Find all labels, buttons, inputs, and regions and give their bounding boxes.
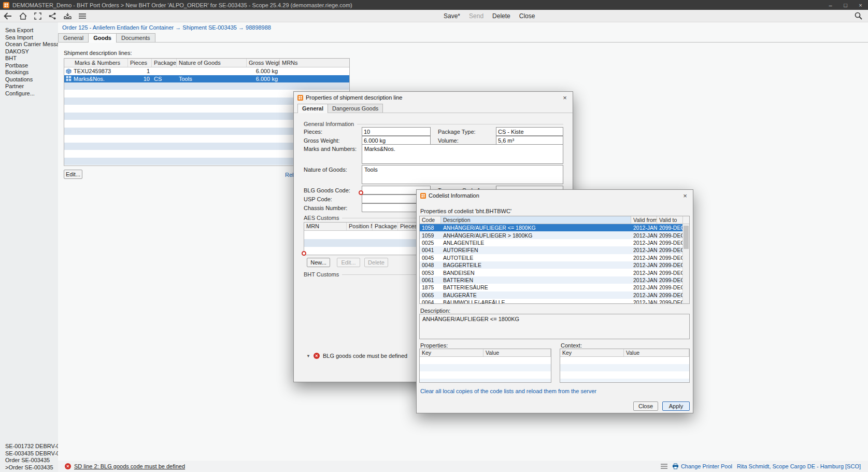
codelist-row[interactable]: 0065BAUGERÄTE2012-JAN...2099-DEC... xyxy=(420,291,689,299)
scrollbar-thumb[interactable] xyxy=(684,226,689,249)
codelist-row[interactable]: 0061BATTERIEN2012-JAN...2099-DEC... xyxy=(420,276,689,284)
breadcrumb[interactable]: Order 125 - Anliefern Entladen für Conta… xyxy=(62,24,271,31)
tab-documents[interactable]: Documents xyxy=(116,33,155,42)
error-icon xyxy=(314,353,320,359)
column-header-pieces[interactable]: Pieces xyxy=(398,223,419,230)
close-order-button[interactable]: Close xyxy=(519,12,535,20)
volume-input[interactable] xyxy=(496,136,563,145)
column-header-key[interactable]: Key xyxy=(560,349,624,356)
dialog-tabs: General Dangerous Goods xyxy=(297,104,382,113)
sidebar-item-sea-export[interactable]: Sea Export xyxy=(0,27,58,34)
status-error-text[interactable]: SD line 2: BLG goods code must be define… xyxy=(74,463,185,469)
close-dialog-button[interactable]: Close xyxy=(633,401,658,411)
sidebar-item-partner[interactable]: Partner xyxy=(0,83,58,90)
table-row-selected[interactable]: Marks&Nos. 10 CS Tools 6.000 kg xyxy=(64,75,349,83)
list-icon[interactable] xyxy=(661,464,667,469)
package-type-label: Package Type: xyxy=(438,129,476,135)
column-header-description[interactable]: Description xyxy=(441,216,631,224)
code-cell: 0048 xyxy=(420,262,441,268)
column-header-mrns[interactable]: MRNs xyxy=(280,59,350,67)
valid-from-cell: 2012-JAN... xyxy=(631,292,657,298)
table-row[interactable]: TEXU2459873 1 6.000 kg xyxy=(64,67,349,75)
chevron-down-icon[interactable]: ▼ xyxy=(306,354,310,358)
column-header-mrn[interactable]: MRN xyxy=(304,223,347,230)
column-header-package[interactable]: Package ... xyxy=(373,223,398,230)
goods-table-header: Marks & Numbers Pieces Package T... Natu… xyxy=(64,59,349,67)
expand-icon[interactable] xyxy=(31,10,45,22)
printer-pool[interactable]: Change Printer Pool xyxy=(672,463,732,469)
apply-button[interactable]: Apply xyxy=(662,401,690,411)
column-header-value[interactable]: Value xyxy=(483,349,551,356)
codelist-row[interactable]: 0048BAGGERTEILE2012-JAN...2099-DEC... xyxy=(420,261,689,269)
tab-underline xyxy=(58,42,868,43)
tab-general[interactable]: General xyxy=(58,33,89,42)
recent-item[interactable]: SE-003435 DEBRV-000... xyxy=(0,450,58,457)
edit-button[interactable]: Edit... xyxy=(64,170,82,179)
codelist-row[interactable]: 1875BATTERIESÄURE2012-JAN...2099-DEC... xyxy=(420,284,689,291)
column-header-weight[interactable]: Gross Weight xyxy=(247,59,280,67)
sidebar-item-portbase[interactable]: Portbase xyxy=(0,62,58,70)
gross-weight-input[interactable] xyxy=(362,136,431,145)
close-icon[interactable]: × xyxy=(561,94,569,102)
column-header-valid-to[interactable]: Valid to xyxy=(657,216,683,224)
sidebar-item-ocean-carrier[interactable]: Ocean Carrier Messag... xyxy=(0,41,58,48)
clear-codelists-link[interactable]: Clear all local copies of the code lists… xyxy=(420,388,596,394)
column-header-package[interactable]: Package T... xyxy=(152,59,177,67)
recent-item[interactable]: Order SE-003435 xyxy=(0,457,58,464)
search-icon[interactable] xyxy=(851,10,865,22)
close-icon[interactable]: × xyxy=(681,192,689,200)
code-cell: 0064 xyxy=(420,299,441,304)
codelist-row-selected[interactable]: 1058ANHÄNGER/AUFLIEGER <= 1800KG2012-JAN… xyxy=(420,224,689,231)
package-cell: CS xyxy=(152,76,177,82)
scrollbar[interactable] xyxy=(682,224,689,303)
sidebar-item-sea-import[interactable]: Sea Import xyxy=(0,34,58,41)
column-header-key[interactable]: Key xyxy=(420,349,483,356)
printer-pool-link[interactable]: Change Printer Pool xyxy=(681,463,732,469)
column-header-code[interactable]: Code xyxy=(420,216,441,224)
delete-button[interactable]: Delete xyxy=(492,12,510,20)
codelist-row[interactable]: 0045AUTOTEILE2012-JAN...2099-DEC... xyxy=(420,254,689,261)
recent-item-current[interactable]: >Order SE-003435 xyxy=(0,464,58,471)
marks-numbers-textarea[interactable]: Marks&Nos. xyxy=(362,144,563,164)
codelist-row[interactable]: 0025ANLAGENTEILE2012-JAN...2099-DEC... xyxy=(420,239,689,246)
sidebar-item-dakosy[interactable]: DAKOSY xyxy=(0,48,58,55)
codelist-row[interactable]: 0041AUTOREIFEN2012-JAN...2099-DEC... xyxy=(420,246,689,254)
column-header-nature[interactable]: Nature of Goods xyxy=(177,59,247,67)
recent-item[interactable]: SE-001732 DEBRV-000... xyxy=(0,443,58,450)
close-button[interactable]: × xyxy=(853,0,868,10)
save-button[interactable]: Save* xyxy=(444,12,460,20)
back-icon[interactable] xyxy=(1,10,15,22)
status-error[interactable]: SD line 2: BLG goods code must be define… xyxy=(65,461,185,472)
codelist-table-header: Code Description Valid from Valid to xyxy=(420,216,689,224)
share-icon[interactable] xyxy=(46,10,59,22)
codelist-row[interactable]: 1059ANHÄNGER/AUFLIEGER > 1800KG2012-JAN.… xyxy=(420,231,689,239)
column-header-pieces[interactable]: Pieces xyxy=(128,59,152,67)
codelist-row[interactable]: 0053BANDEISEN2012-JAN...2099-DEC... xyxy=(420,269,689,276)
pieces-input[interactable] xyxy=(362,127,431,136)
tab-goods[interactable]: Goods xyxy=(88,33,117,43)
sidebar-item-configure[interactable]: Configure... xyxy=(0,90,58,98)
marks-text: Marks&Nos. xyxy=(74,76,105,82)
menu-icon[interactable] xyxy=(76,10,89,22)
sidebar-item-bookings[interactable]: Bookings xyxy=(0,69,58,76)
nature-goods-textarea[interactable]: Tools xyxy=(362,165,563,184)
maximize-button[interactable]: □ xyxy=(838,0,853,10)
tab-dangerous-goods[interactable]: Dangerous Goods xyxy=(328,104,383,113)
column-header-value[interactable]: Value xyxy=(624,349,689,356)
minimize-button[interactable]: – xyxy=(823,0,838,10)
column-header-valid-from[interactable]: Valid from xyxy=(631,216,657,224)
valid-to-cell: 2099-DEC... xyxy=(657,247,683,253)
inbox-icon[interactable] xyxy=(61,10,74,22)
column-header-marks[interactable]: Marks & Numbers xyxy=(64,59,128,67)
sidebar-item-quotations[interactable]: Quotations xyxy=(0,76,58,84)
sidebar-item-bht[interactable]: BHT xyxy=(0,55,58,62)
empty-rows xyxy=(560,357,689,383)
package-type-input[interactable] xyxy=(496,127,563,136)
tab-props-general[interactable]: General xyxy=(297,104,328,113)
aes-new-button[interactable]: New... xyxy=(307,258,330,267)
codelist-row[interactable]: 0064BAUMWOLLE/-ABFÄLLE2012-JAN...2099-DE… xyxy=(420,299,689,304)
home-icon[interactable] xyxy=(16,10,30,22)
column-header-position[interactable]: Position No. xyxy=(347,223,373,230)
properties-label: Properties: xyxy=(420,342,448,349)
user-info[interactable]: Rita Schmidt, Scope Cargo DE - Hamburg [… xyxy=(737,463,861,469)
